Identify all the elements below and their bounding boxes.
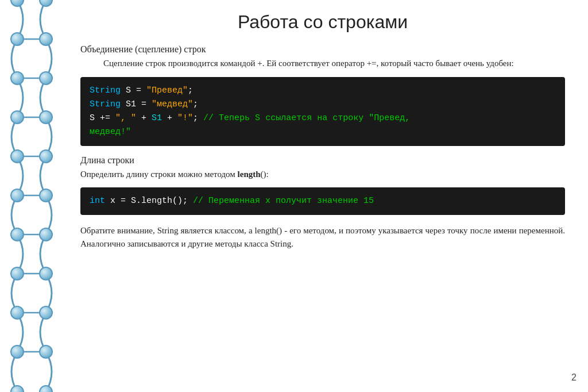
section2-text1: Определить длину строки можно методом: [80, 170, 238, 179]
svg-point-16: [11, 267, 24, 280]
section2-bold: length: [238, 170, 261, 179]
section1-paragraph: Сцепление строк производится командой +.…: [80, 57, 565, 70]
svg-point-18: [11, 345, 24, 358]
svg-point-13: [11, 150, 24, 163]
code-line-1: String S = "Превед";: [90, 84, 556, 98]
comment-1: // Теперь S ссылается на строку "Превед,: [203, 113, 410, 123]
svg-point-15: [11, 228, 24, 241]
keyword-int: int: [90, 196, 105, 206]
svg-point-17: [11, 306, 24, 319]
page-title: Работа со строками: [80, 11, 565, 33]
code-line-2: String S1 = "медвед";: [90, 98, 556, 112]
svg-point-20: [40, 0, 52, 6]
section2-heading: Длина строки: [80, 155, 565, 166]
main-content: Работа со строками Объединение (сцеплени…: [63, 0, 588, 392]
page-number: 2: [571, 372, 577, 383]
code-plain-4: x = S.length();: [105, 196, 193, 206]
string-literal-2: "медвед": [152, 99, 193, 109]
svg-point-25: [40, 189, 52, 202]
section2-paragraph: Определить длину строки можно методом le…: [80, 168, 565, 181]
section2-text2: ():: [261, 170, 269, 179]
svg-point-24: [40, 150, 52, 163]
comment-2: медвед!": [90, 127, 131, 137]
svg-point-12: [11, 111, 24, 124]
svg-point-21: [40, 33, 52, 45]
code-block-1: String S = "Превед"; String S1 = "медвед…: [80, 77, 565, 146]
paragraph-indent: Сцепление строк производится командой +.…: [80, 57, 514, 70]
code-block-2: int x = S.length(); // Переменная x полу…: [80, 187, 565, 215]
section1-heading: Объединение (сцепление) строк: [80, 44, 565, 55]
semicolon-3: ;: [193, 113, 203, 123]
svg-point-28: [40, 306, 52, 319]
code-plain-2: S1 =: [121, 99, 152, 109]
semicolon-1: ;: [188, 86, 193, 95]
keyword-string-1: String: [90, 86, 121, 95]
comment-3: // Переменная x получит значение 15: [193, 196, 374, 206]
svg-point-22: [40, 72, 52, 84]
string-literal-1: "Превед": [146, 86, 188, 95]
svg-point-29: [40, 345, 52, 358]
code-op-2: +: [162, 113, 177, 123]
svg-point-30: [40, 386, 52, 392]
string-literal-4: "!": [177, 113, 193, 123]
code-line-4: int x = S.length(); // Переменная x полу…: [90, 194, 556, 208]
code-line-3: S += ", " + S1 + "!"; // Теперь S ссылае…: [90, 112, 556, 125]
keyword-string-2: String: [90, 99, 121, 109]
code-line-3b: медвед!": [90, 125, 556, 139]
svg-point-19: [11, 386, 24, 392]
dna-decoration: [0, 0, 63, 392]
svg-point-27: [40, 267, 52, 280]
section3-paragraph: Обратите внимание, String является класс…: [80, 224, 565, 250]
svg-point-26: [40, 228, 52, 241]
code-plain-1: S =: [121, 86, 146, 95]
svg-point-10: [11, 33, 24, 45]
svg-point-11: [11, 72, 24, 84]
svg-point-9: [11, 0, 24, 6]
string-literal-3: ", ": [115, 113, 136, 123]
var-s1: S1: [152, 113, 162, 123]
semicolon-2: ;: [193, 99, 198, 109]
code-op-1: +: [136, 113, 152, 123]
svg-point-14: [11, 189, 24, 202]
code-plain-3: S +=: [90, 113, 115, 123]
svg-point-23: [40, 111, 52, 124]
